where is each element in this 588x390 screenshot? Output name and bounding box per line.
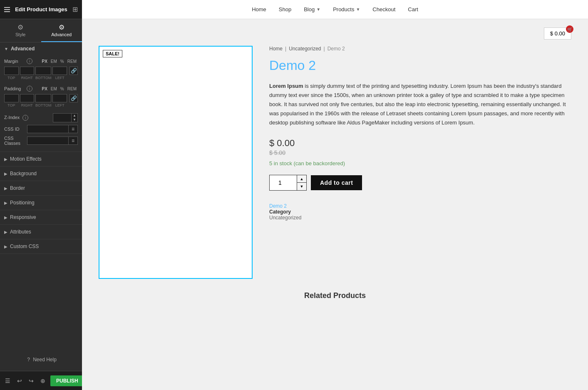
price-current: $ 0.00 (269, 138, 295, 148)
meta-category-label: Category (269, 209, 291, 215)
css-id-input[interactable] (27, 125, 69, 133)
border-item[interactable]: ▶ Border (0, 181, 82, 196)
margin-bottom-input[interactable] (35, 67, 51, 75)
zindex-input[interactable] (53, 113, 72, 122)
margin-top-input[interactable] (4, 67, 19, 75)
advanced-section-content: Margin i PX EM % REM TOP RIG (0, 55, 82, 152)
nav-cart[interactable]: Cart (408, 6, 418, 12)
margin-unit-percent[interactable]: % (59, 59, 65, 64)
related-products-title: Related Products (99, 291, 571, 300)
zindex-up[interactable]: ▲ (72, 114, 77, 118)
padding-unit-em[interactable]: EM (50, 86, 58, 92)
cart-area: $ 0.00 🛒 (99, 27, 571, 40)
tool-btn-2[interactable]: ↩ (15, 376, 24, 386)
nav-products[interactable]: Products ▼ (333, 6, 360, 12)
css-classes-input[interactable] (27, 137, 69, 145)
custom-css-item[interactable]: ▶ Custom CSS (0, 239, 82, 254)
meta-name-link[interactable]: Demo 2 (269, 203, 287, 209)
advanced-section: ▼ Advanced Margin i PX EM % REM TOP (0, 42, 82, 152)
margin-top-box: TOP (4, 67, 19, 80)
nav-blog[interactable]: Blog ▼ (304, 6, 320, 12)
padding-link-btn[interactable]: 🔗 (69, 94, 78, 102)
attributes-item[interactable]: ▶ Attributes (0, 225, 82, 239)
padding-right-input[interactable] (20, 94, 35, 102)
qty-input-wrap: ▲ ▼ (269, 175, 307, 191)
positioning-item[interactable]: ▶ Positioning (0, 196, 82, 210)
need-help[interactable]: ? Need Help (0, 348, 82, 371)
product-title: Demo 2 (269, 58, 571, 73)
nav-shop[interactable]: Shop (279, 6, 291, 12)
grid-icon[interactable]: ⊞ (72, 5, 78, 13)
motion-effects-item[interactable]: ▶ Motion Effects (0, 152, 82, 166)
tool-btn-4[interactable]: ⊕ (39, 376, 47, 386)
meta-category-value: Uncategorized (269, 215, 301, 221)
blog-chevron: ▼ (316, 7, 320, 12)
zindex-info-icon: i (22, 115, 28, 121)
breadcrumb-sep-2: | (324, 46, 325, 52)
padding-bottom-input[interactable] (35, 94, 51, 102)
add-to-cart-button[interactable]: Add to cart (311, 175, 362, 190)
hamburger-icon[interactable] (4, 7, 10, 12)
padding-top-box: TOP (4, 94, 19, 107)
background-item[interactable]: ▶ Background (0, 166, 82, 181)
zindex-down[interactable]: ▼ (72, 118, 77, 122)
product-image-wrap: SALE! (99, 46, 253, 279)
margin-right-box: RIGHT (20, 67, 35, 80)
custom-css-arrow: ▶ (4, 244, 7, 249)
padding-bottom-box: BOTTOM (35, 94, 51, 107)
border-arrow: ▶ (4, 186, 7, 191)
margin-right-input[interactable] (20, 67, 35, 75)
attributes-arrow: ▶ (4, 230, 7, 234)
breadcrumb-home[interactable]: Home (269, 46, 283, 52)
margin-unit-rem[interactable]: REM (66, 59, 78, 64)
margin-left-input[interactable] (52, 67, 67, 75)
qty-up[interactable]: ▲ (297, 175, 306, 183)
margin-link-btn[interactable]: 🔗 (69, 67, 78, 75)
tab-style[interactable]: ⚙ Style (0, 19, 41, 42)
publish-button[interactable]: PUBLISH (50, 375, 82, 386)
padding-right-box: RIGHT (20, 94, 35, 107)
price-original: $ 5.00 (269, 149, 571, 156)
breadcrumb-uncategorized[interactable]: Uncategorized (289, 46, 321, 52)
margin-left-box: LEFT (52, 67, 67, 80)
padding-row: Padding i PX EM % REM (4, 86, 78, 92)
advanced-icon: ⚙ (41, 23, 82, 31)
padding-unit-px[interactable]: PX (41, 86, 49, 92)
tool-btn-3[interactable]: ↪ (27, 376, 35, 386)
padding-top-input[interactable] (4, 94, 19, 102)
tab-advanced[interactable]: ⚙ Advanced (41, 19, 82, 42)
css-id-input-wrap: ≡ (27, 125, 78, 133)
qty-down[interactable]: ▼ (297, 183, 306, 190)
cart-button[interactable]: $ 0.00 🛒 (544, 27, 571, 40)
advanced-section-header[interactable]: ▼ Advanced (0, 42, 82, 55)
nav-home[interactable]: Home (252, 6, 266, 12)
padding-inputs: TOP RIGHT BOTTOM LEFT (4, 94, 67, 107)
product-description: Lorem Ipsum is simply dummy text of the … (269, 82, 571, 127)
padding-unit-percent[interactable]: % (59, 86, 65, 92)
padding-left-input[interactable] (52, 94, 67, 102)
cart-badge: 🛒 (566, 25, 573, 33)
margin-unit-em[interactable]: EM (50, 59, 58, 64)
panel-title: Edit Product Images (15, 6, 67, 12)
margin-unit-px[interactable]: PX (41, 59, 49, 64)
margin-info-icon: i (27, 58, 32, 64)
left-panel: Edit Product Images ⊞ ⚙ Style ⚙ Advanced… (0, 0, 82, 390)
page-content: $ 0.00 🛒 SALE! Home | Uncategorize (82, 19, 588, 390)
qty-input[interactable] (270, 175, 297, 190)
positioning-arrow: ▶ (4, 201, 7, 205)
responsive-item[interactable]: ▶ Responsive (0, 210, 82, 225)
tool-btn-1[interactable]: ☰ (3, 376, 12, 386)
padding-unit-rem[interactable]: REM (66, 86, 78, 92)
css-classes-row: CSS Classes ≡ (4, 136, 78, 146)
css-classes-input-wrap: ≡ (27, 137, 78, 145)
css-id-edit-btn[interactable]: ≡ (69, 125, 78, 133)
product-area: SALE! Home | Uncategorized | Demo 2 Demo… (99, 46, 571, 279)
product-price: $ 0.00 $ 5.00 (269, 138, 571, 156)
padding-left-box: LEFT (52, 94, 67, 107)
panel-tabs: ⚙ Style ⚙ Advanced (0, 19, 82, 42)
responsive-arrow: ▶ (4, 215, 7, 220)
nav-checkout[interactable]: Checkout (372, 6, 395, 12)
css-classes-edit-btn[interactable]: ≡ (69, 137, 78, 145)
product-meta: Demo 2 Category Uncategorized (269, 203, 571, 221)
breadcrumb-sep-1: | (285, 46, 286, 52)
